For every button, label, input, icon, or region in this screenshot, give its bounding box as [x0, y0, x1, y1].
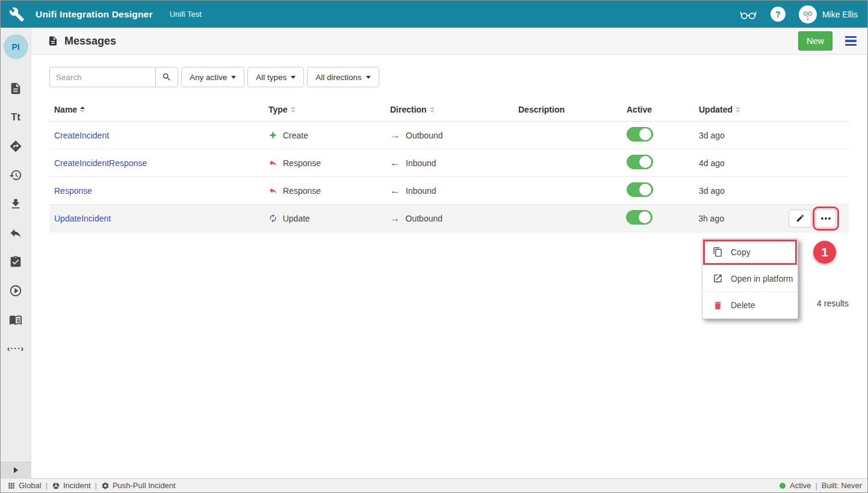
play-circle-icon: [9, 284, 22, 297]
column-header-updated[interactable]: Updated: [699, 105, 789, 114]
menu-item-delete[interactable]: Delete: [702, 292, 798, 318]
sort-icon: [736, 107, 740, 113]
type-label: Create: [283, 131, 308, 140]
hamburger-menu-icon[interactable]: [844, 35, 858, 48]
pencil-icon: [796, 214, 805, 223]
type-filter-label: All types: [256, 73, 287, 82]
menu-item-label: Copy: [731, 247, 751, 257]
book-icon: [9, 313, 22, 326]
column-header-direction[interactable]: Direction: [390, 105, 518, 114]
message-link[interactable]: Response: [54, 186, 92, 196]
avatar-face-icon: [801, 7, 815, 22]
sidebar-item-import[interactable]: [7, 197, 24, 211]
sidebar-item-routes[interactable]: [7, 140, 24, 153]
app-window: Unifi Integration Designer Unifi Test ? …: [0, 0, 868, 493]
results-count: 4 results: [817, 299, 849, 308]
app-title: Unifi Integration Designer: [36, 9, 153, 20]
direction-label: Inbound: [406, 186, 436, 196]
search-button[interactable]: [155, 67, 178, 87]
direction-label: Outbound: [406, 131, 443, 140]
active-filter-dropdown[interactable]: Any active: [181, 67, 244, 87]
context-menu: Copy Open in platform Delete: [702, 238, 798, 319]
message-link[interactable]: UpdateIncident: [54, 214, 111, 223]
table-header-row: Name Type Direction Description Active U…: [49, 98, 849, 122]
page-header: Messages New: [31, 28, 867, 55]
sidebar-item-docs[interactable]: [7, 313, 24, 326]
page-header-actions: New: [798, 31, 858, 51]
app-incident[interactable]: Incident: [52, 481, 91, 490]
chevron-right-icon: [14, 467, 18, 473]
column-header-name[interactable]: Name: [54, 105, 268, 114]
caret-down-icon: [366, 76, 371, 79]
sidebar-item-run[interactable]: [7, 284, 24, 297]
edit-button[interactable]: [789, 209, 811, 228]
help-icon[interactable]: ?: [770, 7, 786, 22]
status-label: Active: [790, 481, 811, 490]
incident-app-icon: [52, 482, 60, 490]
active-toggle[interactable]: [627, 155, 653, 169]
route-icon: [9, 140, 22, 153]
body: PI Tt ‹···› Messages New: [1, 28, 867, 478]
updated-cell: 3h ago: [698, 214, 789, 223]
text-icon: Tt: [11, 111, 20, 123]
caret-down-icon: [231, 76, 236, 79]
topbar: Unifi Integration Designer Unifi Test ? …: [1, 1, 867, 28]
sidebar-nav: Tt ‹···›: [7, 82, 24, 355]
search-input[interactable]: [49, 67, 155, 87]
sidebar-expand-button[interactable]: [1, 462, 31, 478]
active-toggle[interactable]: [626, 210, 653, 225]
new-button[interactable]: New: [798, 31, 832, 51]
code-icon: ‹···›: [7, 344, 24, 353]
main-panel: Messages New Any active All types All di…: [31, 28, 867, 478]
sidebar-item-responses[interactable]: [7, 226, 24, 240]
active-toggle[interactable]: [627, 127, 653, 141]
scope-global[interactable]: Global: [7, 481, 42, 490]
download-icon: [9, 197, 22, 211]
trash-icon: [713, 300, 723, 311]
menu-item-open-in-platform[interactable]: Open in platform: [702, 265, 798, 292]
menu-item-label: Open in platform: [731, 274, 793, 284]
topbar-actions: ? Mike Ellis: [739, 5, 858, 23]
reply-icon: [9, 226, 22, 240]
preview-glasses-icon[interactable]: [739, 8, 757, 21]
sort-asc-icon: [80, 107, 85, 113]
annotation-step-badge: 1: [813, 241, 836, 264]
sidebar-item-history[interactable]: [7, 169, 24, 182]
user-menu[interactable]: Mike Ellis: [799, 5, 858, 23]
integration-push-pull[interactable]: Push-Pull Incident: [101, 481, 176, 490]
direction-filter-dropdown[interactable]: All directions: [307, 67, 379, 87]
create-type-icon: [268, 131, 277, 140]
response-type-icon: [268, 186, 277, 195]
grid-icon: [7, 482, 16, 490]
active-status-dot: [780, 483, 786, 489]
message-link[interactable]: CreateIncident: [54, 131, 109, 140]
project-name[interactable]: Unifi Test: [170, 10, 202, 19]
menu-item-label: Delete: [731, 300, 755, 310]
messages-doc-icon: [48, 36, 58, 46]
sort-icon: [291, 107, 296, 113]
message-link[interactable]: CreateIncidentResponse: [54, 158, 147, 168]
sidebar-item-code[interactable]: ‹···›: [7, 342, 24, 355]
ellipsis-icon: [825, 217, 827, 220]
gear-icon: [101, 482, 110, 490]
separator: |: [815, 481, 817, 490]
table-row: CreateIncidentResponse Response ←Inbound…: [49, 149, 849, 177]
type-label: Response: [283, 186, 321, 196]
sort-icon: [430, 107, 435, 113]
integration-badge[interactable]: PI: [4, 34, 28, 59]
active-toggle[interactable]: [627, 182, 653, 197]
column-header-type[interactable]: Type: [268, 105, 390, 114]
messages-table: Name Type Direction Description Active U…: [49, 98, 849, 232]
sidebar-item-messages[interactable]: [7, 82, 24, 95]
context-breadcrumb: Global | Incident | Push-Pull Incident: [7, 481, 176, 490]
more-actions-button[interactable]: [816, 209, 836, 228]
column-header-active: Active: [627, 105, 699, 114]
menu-item-copy[interactable]: Copy: [702, 239, 798, 265]
copy-icon: [713, 247, 723, 257]
response-type-icon: [268, 158, 277, 167]
sidebar: PI Tt ‹···›: [1, 28, 31, 478]
type-filter-dropdown[interactable]: All types: [247, 67, 304, 87]
filter-bar: Any active All types All directions: [49, 67, 849, 87]
sidebar-item-tasks[interactable]: [7, 255, 24, 268]
sidebar-item-fields[interactable]: Tt: [7, 111, 24, 124]
